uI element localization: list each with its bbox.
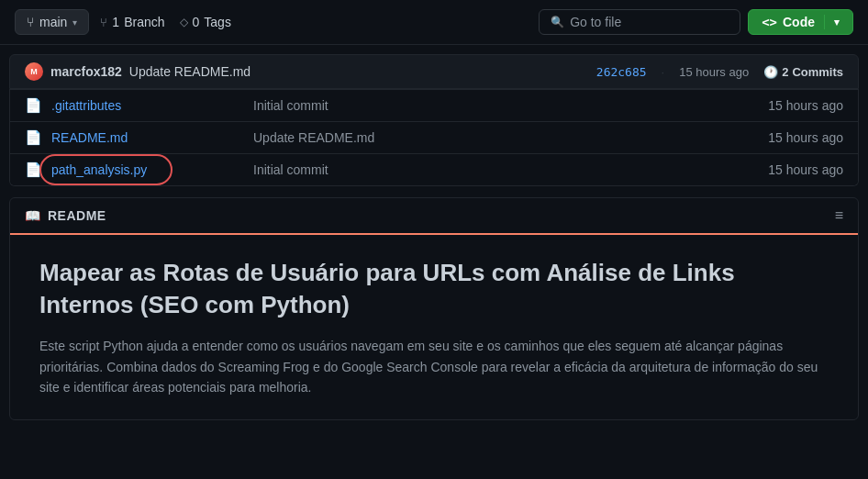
commit-message: Update README.md xyxy=(129,64,250,79)
commit-time-ago: 15 hours ago xyxy=(679,65,749,79)
readme-title-group: 📖 README xyxy=(25,208,106,223)
code-icon: <> xyxy=(762,15,777,29)
branches-link[interactable]: ⑂ 1 Branch xyxy=(100,15,164,29)
tags-count: 0 xyxy=(193,15,200,29)
readme-title: README xyxy=(48,208,106,223)
avatar-initial: M xyxy=(30,67,38,76)
readme-paragraph: Este script Python ajuda a entender como… xyxy=(39,336,829,397)
avatar: M xyxy=(25,62,43,81)
readme-content: Mapear as Rotas de Usuário para URLs com… xyxy=(10,235,858,419)
commits-count: 2 xyxy=(782,65,788,79)
file-time: 15 hours ago xyxy=(733,130,843,145)
file-name[interactable]: .gitattributes xyxy=(51,98,253,113)
search-placeholder: Go to file xyxy=(570,15,621,29)
tag-meta-icon: ◇ xyxy=(180,16,188,28)
file-name[interactable]: README.md xyxy=(51,130,253,145)
file-commit-message: Update README.md xyxy=(253,130,733,145)
readme-heading: Mapear as Rotas de Usuário para URLs com… xyxy=(39,257,829,321)
book-icon: 📖 xyxy=(25,208,40,223)
readme-menu-icon[interactable]: ≡ xyxy=(835,207,843,224)
table-row-highlighted: 📄 path_analysis.py Initial commit 15 hou… xyxy=(10,153,858,185)
tags-label: Tags xyxy=(204,15,231,29)
branches-count: 1 xyxy=(112,15,119,29)
file-table: 📄 .gitattributes Initial commit 15 hours… xyxy=(9,89,859,186)
commit-author[interactable]: marcfox182 xyxy=(50,64,122,79)
file-commit-message: Initial commit xyxy=(253,98,733,113)
branch-meta-icon: ⑂ xyxy=(100,16,107,29)
file-icon: 📄 xyxy=(25,129,42,146)
code-button[interactable]: <> Code ▾ xyxy=(748,9,853,35)
top-bar: ⑂ main ▾ ⑂ 1 Branch ◇ 0 Tags 🔍 Go to fil… xyxy=(0,0,868,45)
commit-bar-right: 262c685 · 15 hours ago 🕐 2 Commits xyxy=(596,65,843,79)
commits-link[interactable]: 🕐 2 Commits xyxy=(763,65,843,79)
readme-section: 📖 README ≡ Mapear as Rotas de Usuário pa… xyxy=(9,197,859,420)
go-to-file-search[interactable]: 🔍 Go to file xyxy=(539,9,740,35)
code-chevron-icon: ▾ xyxy=(834,17,840,28)
repo-meta-links: ⑂ 1 Branch ◇ 0 Tags xyxy=(100,15,231,29)
commits-label: Commits xyxy=(792,65,843,79)
code-button-label: Code xyxy=(783,15,815,29)
branch-name: main xyxy=(39,15,67,29)
branch-selector[interactable]: ⑂ main ▾ xyxy=(15,9,89,35)
tags-link[interactable]: ◇ 0 Tags xyxy=(180,15,231,29)
clock-icon: 🕐 xyxy=(763,65,778,79)
commit-bar: M marcfox182 Update README.md 262c685 · … xyxy=(9,54,859,89)
branch-chevron-icon: ▾ xyxy=(72,17,77,28)
file-time: 15 hours ago xyxy=(733,162,843,177)
table-row: 📄 .gitattributes Initial commit 15 hours… xyxy=(10,89,858,121)
file-time: 15 hours ago xyxy=(733,98,843,113)
commit-bar-left: M marcfox182 Update README.md xyxy=(25,62,250,81)
top-bar-right: 🔍 Go to file <> Code ▾ xyxy=(539,9,853,35)
top-bar-left: ⑂ main ▾ ⑂ 1 Branch ◇ 0 Tags xyxy=(15,9,231,35)
readme-header: 📖 README ≡ xyxy=(10,198,858,235)
file-commit-message: Initial commit xyxy=(253,162,733,177)
table-row: 📄 README.md Update README.md 15 hours ag… xyxy=(10,121,858,153)
file-icon: 📄 xyxy=(25,97,42,114)
code-btn-divider xyxy=(824,15,825,29)
search-icon: 🔍 xyxy=(551,16,564,28)
file-icon: 📄 xyxy=(25,162,42,178)
branches-label: Branch xyxy=(124,15,164,29)
branch-git-icon: ⑂ xyxy=(27,15,34,29)
commit-separator: · xyxy=(662,65,665,79)
file-name-highlighted[interactable]: path_analysis.py xyxy=(51,162,253,177)
commit-hash[interactable]: 262c685 xyxy=(596,65,647,79)
